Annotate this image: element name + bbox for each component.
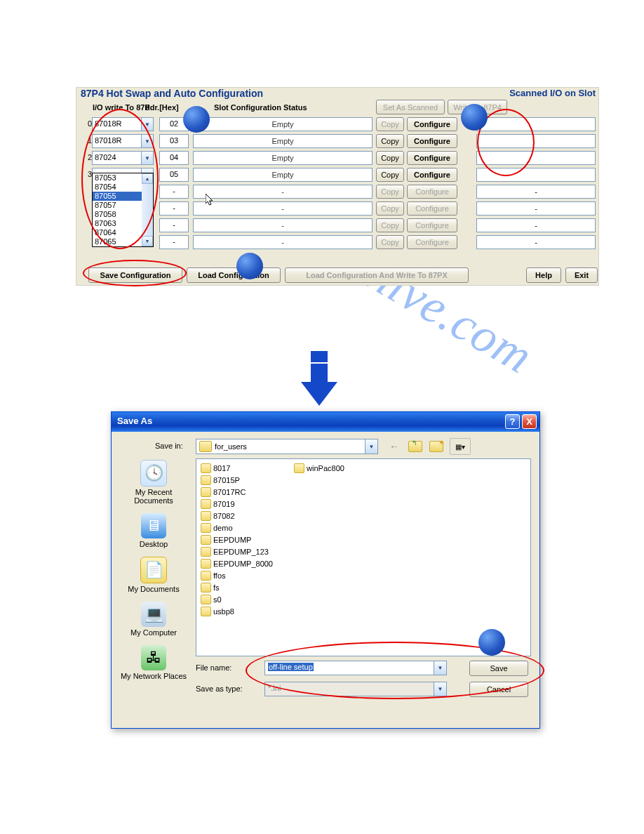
io-module-combo[interactable]: 87018R▼ (92, 117, 154, 131)
configure-button[interactable]: Configure (407, 151, 457, 165)
new-folder-icon[interactable]: ✶ (429, 439, 444, 454)
chevron-down-icon[interactable]: ▼ (141, 118, 153, 131)
save-configuration-button[interactable]: Save Configuration (88, 267, 182, 283)
save-as-type-combo[interactable]: *.ini ▼ (264, 682, 447, 696)
place-my-network[interactable]: 🖧 My Network Places (117, 645, 190, 680)
back-icon[interactable]: ← (387, 439, 402, 454)
configure-button[interactable]: Configure (407, 218, 457, 232)
folder-open-icon (199, 441, 212, 452)
configure-button[interactable]: Configure (407, 201, 457, 216)
file-item[interactable]: fs (201, 581, 292, 593)
configure-button[interactable]: Configure (407, 185, 457, 199)
load-configuration-button[interactable]: Load Configuration (187, 267, 281, 283)
chevron-down-icon[interactable]: ▼ (141, 152, 153, 164)
folder-icon (201, 499, 211, 509)
file-item[interactable]: 87082 (201, 510, 292, 522)
file-item[interactable]: ffos (201, 569, 292, 581)
addr-field[interactable]: 03 (159, 134, 189, 148)
addr-field[interactable]: 05 (159, 168, 189, 182)
filename-combo[interactable]: off-line setup ▼ (264, 661, 447, 675)
save-in-combo[interactable]: for_users ▼ (196, 439, 378, 454)
dialog-help-icon[interactable]: ? (505, 414, 520, 429)
exit-button[interactable]: Exit (565, 267, 598, 283)
copy-button[interactable]: Copy (376, 134, 404, 148)
copy-button[interactable]: Copy (376, 151, 404, 165)
scanned-io-field: - (476, 201, 596, 216)
file-name: 87019 (213, 500, 235, 508)
file-item[interactable]: 87015P (201, 474, 292, 486)
svg-rect-1 (311, 364, 328, 382)
dialog-titlebar: Save As ? X (112, 412, 539, 432)
scroll-up-icon[interactable]: ▲ (142, 173, 153, 184)
io-module-value: 87024 (95, 153, 116, 161)
io-dropdown-list[interactable]: 8705387054870558705787058870638706487065… (92, 173, 154, 247)
addr-field[interactable]: 02 (159, 117, 189, 131)
dropdown-scrollbar[interactable]: ▲ ▼ (142, 173, 153, 246)
slot-status-field: - (193, 201, 373, 216)
place-recent-documents[interactable]: 🕓 My Recent Documents (117, 460, 190, 505)
file-item[interactable]: 87019 (201, 498, 292, 510)
folder-icon (294, 463, 304, 473)
save-button[interactable]: Save (469, 661, 528, 676)
help-button[interactable]: Help (526, 267, 561, 283)
folder-icon (201, 511, 211, 521)
scroll-down-icon[interactable]: ▼ (142, 236, 153, 246)
file-item[interactable]: EEPDUMP_123 (201, 545, 292, 557)
configure-button[interactable]: Configure (407, 235, 457, 249)
panel-title: 87P4 Hot Swap and Auto Configuration (81, 88, 263, 99)
scanned-io-title: Scanned I/O on Slot (509, 88, 596, 98)
view-menu-icon[interactable]: ▦▾ (450, 438, 471, 455)
file-name: 87015P (213, 476, 240, 484)
place-my-documents[interactable]: 📄 My Documents (117, 557, 190, 593)
header-io: I/O write To 87P (93, 103, 150, 112)
copy-button[interactable]: Copy (376, 117, 404, 131)
folder-icon (201, 595, 211, 604)
folder-icon (201, 583, 211, 593)
my-documents-icon: 📄 (140, 557, 167, 583)
file-list-area[interactable]: 801787015P87017RC8701987082demoEEPDUMPEE… (196, 458, 531, 656)
chevron-down-icon[interactable]: ▼ (365, 439, 377, 454)
file-item[interactable]: usbp8 (201, 605, 292, 617)
chevron-down-icon[interactable]: ▼ (434, 661, 446, 675)
file-item[interactable]: s0 (201, 593, 292, 605)
up-one-level-icon[interactable]: ↰ (408, 439, 423, 454)
configure-button[interactable]: Configure (407, 134, 457, 148)
io-module-combo[interactable]: 87018R▼ (92, 134, 154, 148)
place-desktop[interactable]: 🖥 Desktop (117, 513, 190, 548)
save-as-type-value: *.ini (268, 684, 281, 692)
addr-field[interactable]: 04 (159, 151, 189, 165)
copy-button[interactable]: Copy (376, 185, 404, 199)
slot-status-field: Empty (193, 117, 373, 131)
file-item[interactable]: 87017RC (201, 486, 292, 498)
configure-button[interactable]: Configure (407, 117, 457, 131)
dialog-title: Save As (117, 416, 152, 426)
row-number: 2 (83, 153, 92, 161)
header-addr: ddr.[Hex] (145, 103, 179, 112)
chevron-down-icon[interactable]: ▼ (141, 135, 153, 147)
file-name: usbp8 (213, 607, 234, 616)
io-module-combo[interactable]: 87024▼ (92, 151, 154, 165)
file-item[interactable]: winPac800 (294, 462, 385, 474)
cancel-button[interactable]: Cancel (469, 682, 528, 697)
copy-button[interactable]: Copy (376, 168, 404, 182)
load-and-write-button[interactable]: Load Configuration And Write To 87PX (285, 267, 469, 283)
file-item[interactable]: demo (201, 522, 292, 534)
file-name: winPac800 (307, 464, 344, 472)
slot-status-field: - (193, 185, 373, 199)
configure-button[interactable]: Configure (407, 168, 457, 182)
file-name: fs (213, 583, 220, 592)
file-item[interactable]: EEPDUMP (201, 534, 292, 545)
downward-arrow-icon (298, 351, 340, 407)
copy-button[interactable]: Copy (376, 218, 404, 232)
dialog-close-icon[interactable]: X (522, 414, 537, 429)
copy-button[interactable]: Copy (376, 201, 404, 216)
chevron-down-icon[interactable]: ▼ (434, 682, 446, 696)
file-item[interactable]: EEPDUMP_8000 (201, 557, 292, 569)
write-to-87p4-button[interactable]: Write To 87P4 (448, 100, 507, 114)
file-name: ffos (213, 571, 226, 580)
copy-button[interactable]: Copy (376, 235, 404, 249)
set-as-scanned-button[interactable]: Set As Scanned (376, 100, 445, 114)
desktop-icon: 🖥 (141, 513, 166, 538)
file-item[interactable]: 8017 (201, 462, 292, 474)
place-my-computer[interactable]: 💻 My Computer (117, 602, 190, 637)
